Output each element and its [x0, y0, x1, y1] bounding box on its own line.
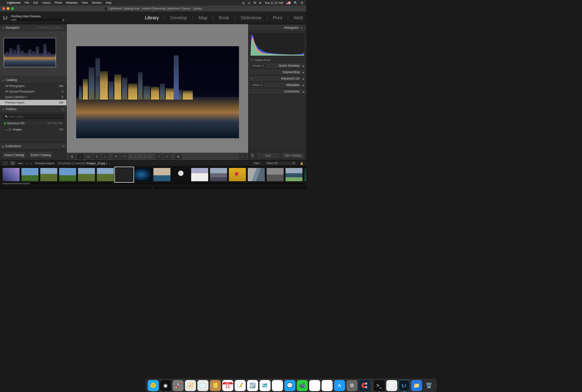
filmstrip-track[interactable] [2, 168, 304, 182]
folders-filter-input[interactable]: 🔍 Filter Folders [2, 114, 64, 119]
filmstrip-thumb-selected[interactable] [116, 168, 133, 182]
sync-settings-button[interactable]: Sync Settings [282, 152, 305, 159]
histogram-chart[interactable] [250, 33, 304, 56]
histogram-header[interactable]: Histogram [248, 24, 306, 31]
view-grid-button[interactable]: ▦ [68, 154, 76, 159]
filmstrip-thumb[interactable] [2, 168, 20, 182]
folder-disclosure-icon[interactable] [6, 128, 7, 131]
menu-metadata[interactable]: Metadata [66, 1, 78, 4]
import-catalog-button[interactable]: Import Catalog [2, 152, 26, 158]
menu-library[interactable]: Library [42, 1, 50, 4]
filter-lock-icon[interactable]: 🔒 [300, 162, 304, 165]
view-loupe-button[interactable]: ▭ [77, 154, 84, 159]
module-print[interactable]: Print [273, 15, 282, 20]
filmstrip-thumb[interactable] [191, 168, 208, 182]
keyword-list-header[interactable]: + Keyword List [248, 75, 306, 82]
filmstrip-thumb[interactable] [40, 168, 58, 182]
sync-lock-icon[interactable]: ⊟ [250, 152, 255, 159]
filmstrip-thumb[interactable] [304, 168, 306, 182]
module-develop[interactable]: Develop [170, 15, 187, 20]
filmstrip-grid-icon[interactable] [18, 163, 22, 164]
catalog-quick-collection[interactable]: Quick Collection +0 [0, 94, 66, 100]
module-map[interactable]: Map [198, 15, 208, 20]
catalog-previous-import[interactable]: Previous Import194 [0, 100, 66, 105]
menu-help[interactable]: Help [106, 1, 112, 4]
notification-center-icon[interactable]: ☰ [301, 1, 304, 4]
breadcrumb-source[interactable]: Previous Import [35, 162, 54, 165]
keyword-add-icon[interactable]: + [251, 76, 252, 80]
catalog-header[interactable]: Catalog [0, 76, 66, 83]
keywording-header[interactable]: Keywording [248, 69, 306, 75]
nav-forward-icon[interactable]: ▸ [30, 162, 32, 165]
impromptu-slideshow-button[interactable]: ▣ [175, 154, 182, 159]
view-people-button[interactable]: ☺ [102, 154, 108, 159]
module-library[interactable]: Library [145, 15, 159, 20]
filmstrip-thumb[interactable] [153, 168, 171, 182]
airplay-icon[interactable]: ⧉ [254, 1, 256, 4]
filmstrip-thumb[interactable] [59, 168, 76, 182]
rotate-right-button[interactable]: ↵ [164, 154, 171, 159]
menu-window[interactable]: Window [92, 1, 102, 4]
metadata-preset-select[interactable]: Default⇅ [251, 83, 264, 87]
secondary-window-1[interactable]: 1 [3, 162, 7, 165]
checkbox-icon[interactable] [251, 59, 253, 61]
comments-header[interactable]: Comments [248, 88, 306, 94]
filmstrip-thumb[interactable] [285, 168, 303, 182]
sync-status-icon[interactable]: ⊙ [248, 1, 250, 4]
menu-view[interactable]: View [82, 1, 88, 4]
breadcrumb-menu-icon[interactable]: ▾ [106, 162, 107, 165]
module-slideshow[interactable]: Slideshow [240, 15, 262, 20]
loupe-image[interactable] [76, 46, 239, 138]
rating-stars[interactable]: ★ ★ ★ ★ ★ [129, 155, 152, 158]
folders-add-icon[interactable]: +▾ [62, 107, 64, 111]
secondary-window-2[interactable]: 2 [10, 162, 15, 165]
filmstrip-collapse-icon[interactable]: ▾ [0, 187, 306, 189]
module-web[interactable]: Web [294, 15, 303, 20]
filmstrip-thumb[interactable] [229, 168, 246, 182]
collections-header[interactable]: Collections + [0, 143, 66, 150]
metadata-header[interactable]: Default⇅ Metadata [248, 82, 306, 88]
flag-pick-button[interactable]: ⚑ [112, 154, 120, 159]
filmstrip-thumb[interactable] [96, 168, 114, 182]
original-photo-toggle[interactable]: Original Photo [248, 58, 306, 62]
navigator-thumbnail[interactable] [4, 38, 56, 67]
spotlight-icon[interactable]: 🔍 [294, 1, 298, 4]
folders-header[interactable]: Folders +▾ [0, 105, 66, 113]
quick-develop-preset-select[interactable]: Defaults⇅ [251, 64, 265, 68]
navigator-zoom-options[interactable]: FIT FILL 1:1 3:1 ⌄ [37, 26, 64, 29]
folders-volume[interactable]: Macintosh HD 15.3 / 42.7 GB [2, 120, 64, 126]
filmstrip-thumb[interactable] [78, 168, 95, 182]
toolbar-menu-button[interactable]: ▿ [240, 154, 246, 159]
creative-cloud-icon[interactable]: ◎ [242, 1, 245, 4]
rotate-left-button[interactable]: ↶ [156, 154, 163, 159]
menu-file[interactable]: File [24, 1, 29, 4]
catalog-synced[interactable]: All Synced Photographs0 [0, 89, 66, 94]
filter-preset-select[interactable]: Filters Off⇅ [264, 161, 297, 165]
navigator-header[interactable]: Navigator FIT FILL 1:1 3:1 ⌄ [0, 24, 66, 31]
sync-button[interactable]: Sync [257, 152, 280, 159]
view-survey-button[interactable]: ⧉ [94, 154, 100, 159]
filmstrip-thumb[interactable] [134, 168, 152, 182]
module-book[interactable]: Book [219, 15, 229, 20]
filmstrip-scrollbar[interactable] [2, 183, 304, 184]
app-menu[interactable]: Lightroom [7, 1, 20, 4]
input-source-icon[interactable] [286, 2, 290, 4]
filmstrip-thumb[interactable] [210, 168, 227, 182]
nav-back-icon[interactable]: ◂ [26, 162, 27, 165]
filmstrip-thumb[interactable] [266, 168, 284, 182]
menu-extra-icon[interactable]: ➤ [259, 1, 262, 4]
flag-reject-button[interactable]: ⚐✕ [121, 154, 128, 159]
folder-item-images[interactable]: 🗀 Images 194 [0, 127, 66, 132]
filmstrip-thumb[interactable] [172, 168, 190, 182]
view-compare-button[interactable]: X|Y [85, 154, 92, 159]
collections-add-icon[interactable]: + [62, 144, 64, 148]
quick-develop-header[interactable]: Defaults⇅ Quick Develop [248, 62, 306, 69]
filmstrip-thumb[interactable] [21, 168, 39, 182]
clock[interactable]: Tue 11:37 AM [265, 1, 283, 4]
activity-cancel-icon[interactable]: ⊠ [62, 19, 64, 21]
catalog-all-photos[interactable]: All Photographs194 [0, 83, 66, 89]
export-catalog-button[interactable]: Export Catalog [28, 152, 53, 158]
filmstrip-thumb[interactable] [248, 168, 265, 182]
menu-photo[interactable]: Photo [55, 1, 62, 4]
menu-edit[interactable]: Edit [33, 1, 38, 4]
